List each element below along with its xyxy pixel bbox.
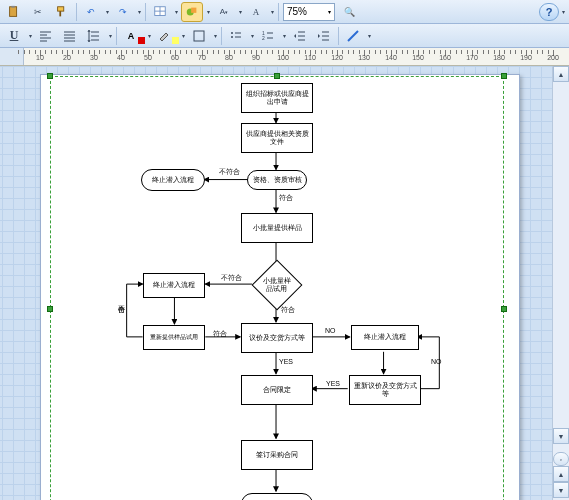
svg-rect-22 <box>194 31 204 41</box>
ruler-horizontal[interactable]: 1020304050607080901001101201301401501601… <box>0 48 569 66</box>
ruler-label: 140 <box>385 54 397 61</box>
help-button[interactable]: ? <box>539 3 559 21</box>
bullets-dropdown[interactable]: ▾ <box>248 32 256 39</box>
fontcolor-dropdown[interactable]: ▾ <box>145 32 153 39</box>
align-left-icon[interactable] <box>35 26 57 46</box>
next-page-button[interactable]: ▼ <box>553 482 569 498</box>
workspace[interactable]: 组织招标或供应商提出申请 供应商提供相关资质文件 终止潜入流程 资格、资质审核 … <box>0 66 569 500</box>
underline-button[interactable]: U <box>3 26 25 46</box>
table-icon[interactable] <box>149 2 171 22</box>
resize-handle-w[interactable] <box>47 306 53 312</box>
zoom-value: 75% <box>287 6 307 17</box>
table-dropdown[interactable]: ▾ <box>172 8 180 15</box>
ruler-label: 200 <box>547 54 559 61</box>
zoom-tool-icon[interactable]: 🔍 <box>338 2 360 22</box>
prev-page-button[interactable]: ▲ <box>553 466 569 482</box>
ruler-label: 100 <box>277 54 289 61</box>
separator <box>221 27 222 45</box>
browse-object-button[interactable]: ◦ <box>553 452 569 466</box>
ruler-label: 70 <box>198 54 206 61</box>
svg-rect-3 <box>59 11 61 16</box>
toolbar-format: U ▾ ▾ A ▾ ▾ ▾ ▾ 12 ▾ ▾ <box>0 24 569 48</box>
ruler-label: 170 <box>466 54 478 61</box>
separator <box>338 27 339 45</box>
zoom-input[interactable]: 75% ▾ <box>283 3 335 21</box>
ruler-label: 160 <box>439 54 451 61</box>
svg-marker-21 <box>160 33 168 41</box>
svg-point-23 <box>231 32 233 34</box>
svg-text:2: 2 <box>262 35 265 41</box>
ruler-label: 190 <box>520 54 532 61</box>
linecolor-dropdown[interactable]: ▾ <box>365 32 373 39</box>
separator <box>116 27 117 45</box>
border-icon[interactable] <box>188 26 210 46</box>
fs-dropdown[interactable]: ▾ <box>236 8 244 15</box>
align-justify-icon[interactable] <box>59 26 81 46</box>
indent-decrease-icon[interactable] <box>289 26 311 46</box>
font-color-swatch <box>138 37 145 44</box>
svg-rect-2 <box>58 6 64 10</box>
ruler-label: 20 <box>63 54 71 61</box>
separator <box>278 3 279 21</box>
scrollbar-vertical[interactable]: ▲ ▼ ◦ ▲ ▼ <box>552 66 569 500</box>
numbering-dropdown[interactable]: ▾ <box>280 32 288 39</box>
format-painter-icon[interactable] <box>51 2 73 22</box>
help-dropdown[interactable]: ▾ <box>559 8 567 15</box>
shapes-icon[interactable] <box>181 2 203 22</box>
ruler-label: 90 <box>252 54 260 61</box>
bullets-icon[interactable] <box>225 26 247 46</box>
redo-dropdown[interactable]: ▾ <box>135 8 143 15</box>
svg-marker-34 <box>294 34 296 38</box>
undo-dropdown[interactable]: ▾ <box>103 8 111 15</box>
resize-handle-e[interactable] <box>501 306 507 312</box>
svg-line-39 <box>348 31 358 41</box>
svg-rect-0 <box>10 6 17 16</box>
svg-rect-8 <box>191 7 196 12</box>
separator <box>76 3 77 21</box>
ruler-label: 10 <box>36 54 44 61</box>
ruler-label: 80 <box>225 54 233 61</box>
undo-icon[interactable]: ↶ <box>80 2 102 22</box>
highlight-swatch <box>172 37 179 44</box>
line-color-icon[interactable] <box>342 26 364 46</box>
cut-icon[interactable]: ✂ <box>27 2 49 22</box>
fstyle-dropdown[interactable]: ▾ <box>268 8 276 15</box>
separator <box>145 3 146 21</box>
font-shrink-icon[interactable]: A▾ <box>213 2 235 22</box>
scroll-up-button[interactable]: ▲ <box>553 66 569 82</box>
ruler-label: 30 <box>90 54 98 61</box>
line-spacing-icon[interactable] <box>83 26 105 46</box>
redo-icon[interactable]: ↷ <box>112 2 134 22</box>
ruler-label: 40 <box>117 54 125 61</box>
resize-handle-n[interactable] <box>274 73 280 79</box>
underline-dropdown[interactable]: ▾ <box>26 32 34 39</box>
scroll-down-button[interactable]: ▼ <box>553 428 569 444</box>
svg-marker-38 <box>318 34 320 38</box>
selection-frame[interactable] <box>50 76 504 500</box>
ruler-label: 60 <box>171 54 179 61</box>
shapes-dropdown[interactable]: ▾ <box>204 8 212 15</box>
ruler-label: 150 <box>412 54 424 61</box>
ruler-label: 120 <box>331 54 343 61</box>
font-style-icon[interactable]: A <box>245 2 267 22</box>
ruler-corner <box>0 48 24 65</box>
svg-point-25 <box>231 36 233 38</box>
highlight-dropdown[interactable]: ▾ <box>179 32 187 39</box>
toolbar-main: ✂ ↶ ▾ ↷ ▾ ▾ ▾ A▾ ▾ A ▾ 75% ▾ 🔍 ? ▾ <box>0 0 569 24</box>
ruler-label: 180 <box>493 54 505 61</box>
ruler-label: 130 <box>358 54 370 61</box>
border-dropdown[interactable]: ▾ <box>211 32 219 39</box>
resize-handle-ne[interactable] <box>501 73 507 79</box>
indent-increase-icon[interactable] <box>313 26 335 46</box>
spacing-dropdown[interactable]: ▾ <box>106 32 114 39</box>
resize-handle-nw[interactable] <box>47 73 53 79</box>
ruler-label: 110 <box>304 54 316 61</box>
paste-icon[interactable] <box>3 2 25 22</box>
svg-rect-1 <box>11 5 15 7</box>
numbering-icon[interactable]: 12 <box>257 26 279 46</box>
ruler-label: 50 <box>144 54 152 61</box>
